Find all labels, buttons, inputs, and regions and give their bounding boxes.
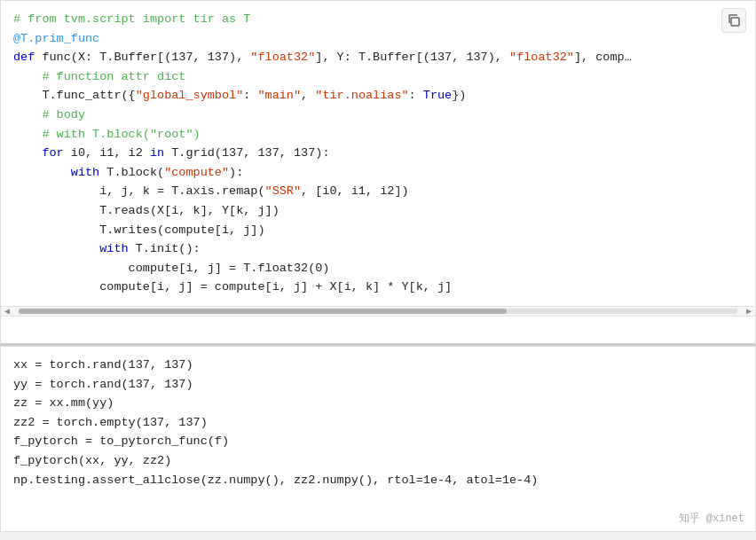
top-code-content: # from tvm.script import tir as T@T.prim… [1, 1, 755, 306]
code-line: compute[i, j] = T.float32(0) [13, 259, 743, 278]
code-line: f_pytorch = to_pytorch_func(f) [13, 432, 743, 451]
code-token: def [13, 51, 42, 64]
code-token: compute[i, j] = compute[i, j] + X[i, k] … [13, 280, 452, 293]
code-token: with [71, 166, 107, 179]
code-token: }) [452, 89, 466, 102]
code-token: "global_symbol" [136, 89, 244, 102]
code-token: "main" [257, 89, 301, 102]
code-token: T.reads(X[i, k], Y[k, j]) [13, 204, 280, 217]
code-line: with T.block("compute"): [13, 163, 743, 183]
code-token: T.init(): [136, 242, 201, 255]
code-token: "float32" [250, 51, 315, 64]
code-token: "SSR" [265, 184, 302, 198]
horizontal-scrollbar[interactable]: ◀ ▶ [1, 306, 755, 317]
code-line: # body [13, 106, 743, 125]
code-line: # with T.block("root") [13, 125, 743, 145]
code-token: , [301, 89, 315, 102]
code-line: yy = torch.rand(137, 137) [13, 375, 743, 395]
code-token: True [423, 89, 452, 102]
code-token: @T.prim_func [13, 32, 99, 45]
code-line: T.writes(compute[i, j]) [13, 221, 743, 240]
code-line: np.testing.assert_allclose(zz.numpy(), z… [13, 471, 743, 490]
code-line: with T.init(): [13, 239, 743, 259]
code-token [13, 242, 99, 255]
code-line: f_pytorch(xx, yy, zz2) [13, 451, 743, 471]
code-token: : [243, 89, 257, 102]
copy-button[interactable] [721, 8, 746, 33]
code-line: def func(X: T.Buffer[(137, 137), "float3… [13, 48, 743, 67]
code-token: ], comp… [574, 51, 632, 64]
code-line: zz2 = torch.empty(137, 137) [13, 413, 743, 433]
code-line: for i0, i1, i2 in T.grid(137, 137, 137): [13, 144, 743, 163]
code-line: xx = torch.rand(137, 137) [13, 356, 743, 375]
watermark: 知乎 @xinet [679, 511, 744, 526]
code-line: zz = xx.mm(yy) [13, 394, 743, 413]
code-line: T.reads(X[i, k], Y[k, j]) [13, 201, 743, 221]
scrollbar-track [19, 309, 737, 314]
bottom-code-panel: xx = torch.rand(137, 137)yy = torch.rand… [0, 346, 756, 532]
code-token: in [150, 146, 171, 160]
code-token [13, 166, 71, 179]
scroll-left-arrow[interactable]: ◀ [4, 306, 10, 317]
code-token: i0, i1, i2 [71, 146, 150, 160]
top-code-panel: # from tvm.script import tir as T@T.prim… [0, 0, 756, 346]
code-token: "tir.noalias" [315, 89, 408, 102]
code-token: with [99, 242, 136, 255]
code-line: # from tvm.script import tir as T [13, 10, 743, 29]
code-line: compute[i, j] = compute[i, j] + X[i, k] … [13, 278, 743, 297]
code-token: : [409, 89, 423, 102]
code-token: T.func_attr({ [13, 89, 136, 102]
code-token: "compute" [164, 166, 229, 179]
code-token: ], Y: T.Buffer[(137, 137), [315, 51, 509, 64]
code-token: T.writes(compute[i, j]) [13, 223, 265, 237]
code-token: for [42, 146, 70, 160]
svg-rect-0 [731, 18, 739, 26]
scroll-right-arrow[interactable]: ▶ [746, 306, 752, 317]
code-token: ): [229, 166, 243, 179]
code-token: "float32" [509, 51, 574, 64]
code-line: # function attr dict [13, 67, 743, 87]
code-line: @T.prim_func [13, 29, 743, 49]
code-line: i, j, k = T.axis.remap("SSR", [i0, i1, i… [13, 182, 743, 201]
scrollbar-thumb[interactable] [19, 309, 507, 314]
bottom-code-content: xx = torch.rand(137, 137)yy = torch.rand… [1, 347, 755, 498]
code-token [13, 146, 42, 160]
code-token: # function attr dict [13, 70, 185, 83]
code-token: compute[i, j] = T.float32(0) [13, 262, 329, 275]
code-token: func(X: T.Buffer[(137, 137), [42, 51, 250, 64]
code-line: T.func_attr({"global_symbol": "main", "t… [13, 86, 743, 106]
code-token: # with T.block("root") [13, 128, 201, 141]
code-token: # body [13, 108, 85, 121]
code-token: i, j, k = T.axis.remap( [13, 184, 265, 198]
code-token: T.grid(137, 137, 137): [171, 146, 329, 160]
code-token: # from tvm.script import tir as T [13, 12, 250, 26]
code-token: T.block( [106, 166, 164, 179]
code-token: , [i0, i1, i2]) [301, 184, 409, 198]
